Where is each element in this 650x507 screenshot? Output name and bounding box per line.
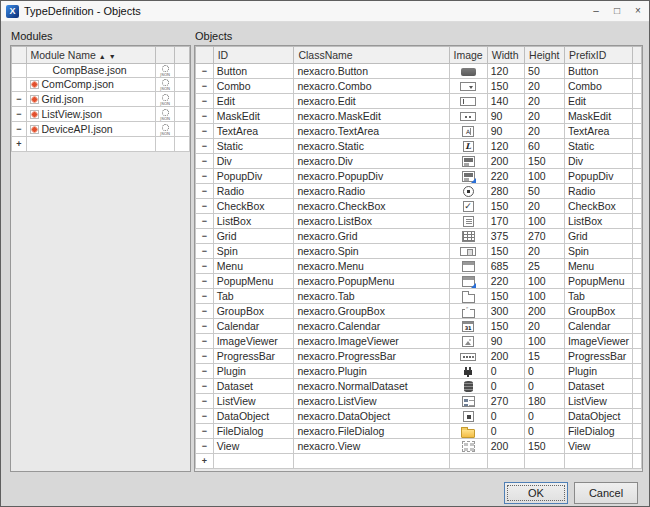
object-prefixid-cell[interactable]: Combo	[564, 79, 632, 94]
object-prefixid-cell[interactable]: Radio	[564, 184, 632, 199]
object-classname-cell[interactable]: nexacro.Grid	[294, 229, 449, 244]
object-width-cell[interactable]: 120	[487, 64, 524, 79]
object-classname-cell[interactable]: nexacro.ProgressBar	[294, 349, 449, 364]
json-file-icon[interactable]	[159, 94, 171, 106]
object-classname-cell[interactable]: nexacro.ListBox	[294, 214, 449, 229]
object-row-selector[interactable]: −	[196, 169, 214, 184]
object-image-cell[interactable]	[449, 274, 487, 289]
objects-header-width[interactable]: Width	[487, 47, 524, 64]
object-width-cell[interactable]: 90	[487, 109, 524, 124]
object-row-selector[interactable]: −	[196, 79, 214, 94]
object-classname-cell[interactable]: nexacro.View	[294, 439, 449, 454]
module-json-cell[interactable]	[156, 122, 175, 137]
module-name-cell[interactable]: ListView.json	[26, 107, 156, 122]
object-classname-cell[interactable]: nexacro.Div	[294, 154, 449, 169]
object-id-cell[interactable]: PopupDiv	[213, 169, 294, 184]
object-row-selector[interactable]: −	[196, 94, 214, 109]
object-classname-cell[interactable]: nexacro.Combo	[294, 79, 449, 94]
object-image-cell[interactable]	[449, 379, 487, 394]
object-height-cell[interactable]: 100	[525, 169, 565, 184]
object-prefixid-cell[interactable]: Button	[564, 64, 632, 79]
module-json-cell[interactable]	[156, 137, 175, 152]
object-classname-cell[interactable]: nexacro.GroupBox	[294, 304, 449, 319]
object-id-cell[interactable]: PopupMenu	[213, 274, 294, 289]
object-row-selector[interactable]: −	[196, 109, 214, 124]
object-image-cell[interactable]	[449, 79, 487, 94]
object-id-cell[interactable]: Tab	[213, 289, 294, 304]
object-prefixid-cell[interactable]: ProgressBar	[564, 349, 632, 364]
object-classname-cell[interactable]: nexacro.ImageViewer	[294, 334, 449, 349]
object-width-cell[interactable]: 300	[487, 304, 524, 319]
object-id-cell[interactable]	[213, 454, 294, 469]
object-prefixid-cell[interactable]: View	[564, 439, 632, 454]
object-width-cell[interactable]: 140	[487, 94, 524, 109]
object-image-cell[interactable]	[449, 364, 487, 379]
object-prefixid-cell[interactable]: TextArea	[564, 124, 632, 139]
object-width-cell[interactable]: 0	[487, 364, 524, 379]
object-row[interactable]: − Menu nexacro.Menu 685 25 Menu	[196, 259, 642, 274]
object-prefixid-cell[interactable]: Grid	[564, 229, 632, 244]
object-image-cell[interactable]	[449, 124, 487, 139]
module-row-selector[interactable]	[12, 64, 27, 78]
object-row[interactable]: − GroupBox nexacro.GroupBox 300 200 Grou…	[196, 304, 642, 319]
object-image-cell[interactable]	[449, 319, 487, 334]
object-image-cell[interactable]	[449, 169, 487, 184]
object-height-cell[interactable]: 0	[525, 424, 565, 439]
object-id-cell[interactable]: Combo	[213, 79, 294, 94]
object-row[interactable]: − TextArea nexacro.TextArea 90 20 TextAr…	[196, 124, 642, 139]
object-id-cell[interactable]: Div	[213, 154, 294, 169]
object-row-selector[interactable]: −	[196, 64, 214, 79]
object-row[interactable]: − Plugin nexacro.Plugin 0 0 Plugin	[196, 364, 642, 379]
objects-header-id[interactable]: ID	[213, 47, 294, 64]
object-height-cell[interactable]: 0	[525, 379, 565, 394]
object-image-cell[interactable]	[449, 199, 487, 214]
object-classname-cell[interactable]: nexacro.Plugin	[294, 364, 449, 379]
object-height-cell[interactable]: 200	[525, 304, 565, 319]
object-width-cell[interactable]: 685	[487, 259, 524, 274]
object-width-cell[interactable]: 375	[487, 229, 524, 244]
object-row[interactable]: − Edit nexacro.Edit 140 20 Edit	[196, 94, 642, 109]
object-image-cell[interactable]	[449, 109, 487, 124]
object-prefixid-cell[interactable]: Edit	[564, 94, 632, 109]
object-row-selector[interactable]: −	[196, 289, 214, 304]
object-prefixid-cell[interactable]	[564, 454, 632, 469]
object-row[interactable]: − Dataset nexacro.NormalDataset 0 0 Data…	[196, 379, 642, 394]
object-image-cell[interactable]	[449, 454, 487, 469]
object-classname-cell[interactable]: nexacro.Button	[294, 64, 449, 79]
object-id-cell[interactable]: DataObject	[213, 409, 294, 424]
object-row[interactable]: +	[196, 454, 642, 469]
object-image-cell[interactable]	[449, 289, 487, 304]
titlebar[interactable]: X TypeDefinition - Objects – □ ×	[1, 1, 649, 22]
object-classname-cell[interactable]: nexacro.Static	[294, 139, 449, 154]
object-id-cell[interactable]: MaskEdit	[213, 109, 294, 124]
object-row[interactable]: − Combo nexacro.Combo 150 20 Combo	[196, 79, 642, 94]
object-height-cell[interactable]: 180	[525, 394, 565, 409]
object-classname-cell[interactable]: nexacro.Menu	[294, 259, 449, 274]
object-row[interactable]: − MaskEdit nexacro.MaskEdit 90 20 MaskEd…	[196, 109, 642, 124]
object-image-cell[interactable]	[449, 184, 487, 199]
object-width-cell[interactable]: 0	[487, 379, 524, 394]
object-image-cell[interactable]	[449, 94, 487, 109]
object-height-cell[interactable]: 100	[525, 334, 565, 349]
object-id-cell[interactable]: Grid	[213, 229, 294, 244]
object-prefixid-cell[interactable]: ListView	[564, 394, 632, 409]
module-row[interactable]: CompBase.json	[12, 64, 190, 78]
object-height-cell[interactable]: 100	[525, 289, 565, 304]
object-classname-cell[interactable]: nexacro.DataObject	[294, 409, 449, 424]
object-prefixid-cell[interactable]: CheckBox	[564, 199, 632, 214]
object-height-cell[interactable]: 0	[525, 409, 565, 424]
object-row-selector[interactable]: −	[196, 394, 214, 409]
object-width-cell[interactable]: 220	[487, 274, 524, 289]
object-classname-cell[interactable]: nexacro.TextArea	[294, 124, 449, 139]
module-json-cell[interactable]	[156, 78, 175, 92]
object-id-cell[interactable]: Edit	[213, 94, 294, 109]
object-id-cell[interactable]: TextArea	[213, 124, 294, 139]
object-prefixid-cell[interactable]: Menu	[564, 259, 632, 274]
object-image-cell[interactable]	[449, 334, 487, 349]
module-row-selector[interactable]: −	[12, 92, 27, 107]
object-classname-cell[interactable]: nexacro.PopupMenu	[294, 274, 449, 289]
objects-header-classname[interactable]: ClassName	[294, 47, 449, 64]
object-row[interactable]: − Radio nexacro.Radio 280 50 Radio	[196, 184, 642, 199]
object-id-cell[interactable]: GroupBox	[213, 304, 294, 319]
object-id-cell[interactable]: Button	[213, 64, 294, 79]
